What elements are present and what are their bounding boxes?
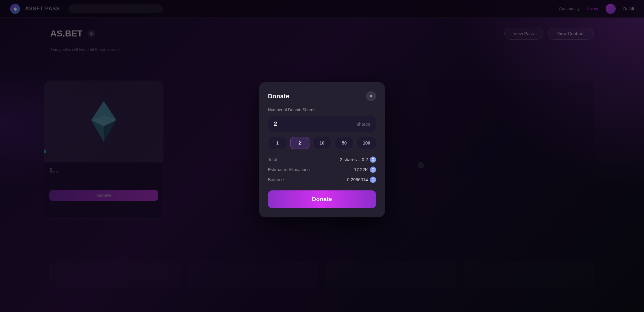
shares-input-wrap[interactable]: shares [268, 116, 376, 132]
modal-close-button[interactable]: × [366, 91, 376, 101]
quick-select-group: 1 2 10 50 100 [268, 137, 376, 149]
donate-modal: Donate × Number of Donate Shares shares … [259, 82, 385, 217]
estimated-value: 17.22K Ξ [354, 167, 376, 173]
total-label: Total [268, 157, 277, 162]
eth-icon-total: Ξ [370, 156, 376, 163]
estimated-label: Estimated Allocations [268, 167, 310, 172]
stats-section: Total 2 shares = 0.2 Ξ Estimated Allocat… [268, 156, 376, 183]
donate-button[interactable]: Donate [268, 190, 376, 208]
eth-icon-balance: Ξ [370, 177, 376, 183]
stat-row-total: Total 2 shares = 0.2 Ξ [268, 156, 376, 163]
eth-icon-estimated: Ξ [370, 167, 376, 173]
shares-unit: shares [357, 122, 370, 127]
total-value-text: 2 shares = 0.2 [340, 157, 368, 162]
estimated-value-text: 17.22K [354, 167, 368, 172]
quick-btn-2[interactable]: 2 [290, 137, 309, 149]
quick-btn-1[interactable]: 1 [268, 137, 287, 149]
modal-title: Donate [268, 93, 289, 100]
quick-btn-10[interactable]: 10 [313, 137, 332, 149]
stat-row-estimated: Estimated Allocations 17.22K Ξ [268, 167, 376, 173]
modal-header: Donate × [268, 91, 376, 101]
stat-row-balance: Balance 0.2966014 Ξ [268, 177, 376, 183]
quick-btn-50[interactable]: 50 [335, 137, 354, 149]
shares-label: Number of Donate Shares [268, 107, 376, 112]
balance-value: 0.2966014 Ξ [347, 177, 376, 183]
shares-input[interactable] [274, 121, 357, 127]
balance-value-text: 0.2966014 [347, 177, 368, 182]
total-value: 2 shares = 0.2 Ξ [340, 156, 376, 163]
quick-btn-100[interactable]: 100 [357, 137, 376, 149]
modal-overlay: Donate × Number of Donate Shares shares … [0, 0, 644, 312]
balance-label: Balance [268, 177, 284, 182]
